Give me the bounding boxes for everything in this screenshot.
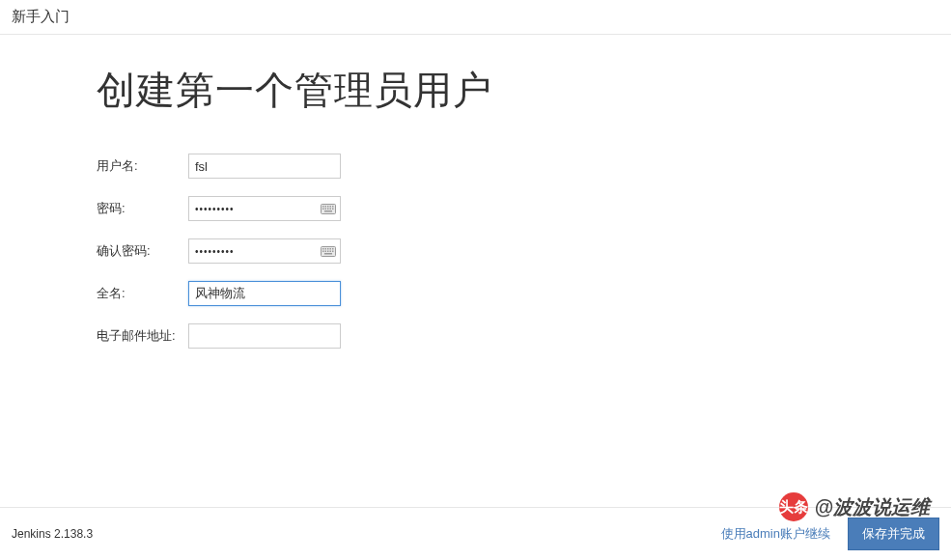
- form-row-confirm-password: 确认密码:: [97, 238, 951, 264]
- footer-actions: 使用admin账户继续 保存并完成: [721, 518, 939, 550]
- email-input[interactable]: [188, 323, 341, 349]
- version-label: Jenkins 2.138.3: [12, 527, 93, 541]
- svg-rect-13: [322, 248, 324, 250]
- password-input-wrap: [188, 196, 341, 221]
- save-button[interactable]: 保存并完成: [848, 518, 939, 550]
- confirm-password-label: 确认密码:: [97, 242, 188, 260]
- svg-rect-19: [325, 250, 327, 252]
- skip-admin-link[interactable]: 使用admin账户继续: [721, 525, 830, 543]
- username-input-wrap: [188, 154, 341, 179]
- page-title: 创建第一个管理员用户: [97, 64, 951, 117]
- keyboard-icon[interactable]: [321, 245, 336, 257]
- svg-rect-9: [330, 208, 332, 210]
- fullname-input-wrap: [188, 281, 341, 306]
- fullname-label: 全名:: [97, 285, 188, 302]
- form-row-username: 用户名:: [97, 154, 951, 179]
- password-input[interactable]: [188, 196, 341, 221]
- svg-rect-8: [327, 208, 329, 210]
- confirm-password-input[interactable]: [188, 238, 341, 264]
- svg-rect-14: [325, 248, 327, 250]
- username-label: 用户名:: [97, 157, 188, 175]
- svg-rect-20: [327, 250, 329, 252]
- svg-rect-21: [330, 250, 332, 252]
- footer: Jenkins 2.138.3 使用admin账户继续 保存并完成: [0, 507, 951, 560]
- email-label: 电子邮件地址:: [97, 327, 188, 345]
- form-row-password: 密码:: [97, 196, 951, 221]
- svg-rect-23: [324, 253, 332, 255]
- breadcrumb: 新手入门: [12, 8, 70, 24]
- email-input-wrap: [188, 323, 341, 349]
- svg-rect-18: [322, 250, 324, 252]
- keyboard-icon[interactable]: [321, 203, 336, 214]
- password-label: 密码:: [97, 200, 188, 217]
- svg-rect-11: [324, 210, 332, 212]
- svg-rect-1: [322, 206, 324, 208]
- svg-rect-3: [327, 206, 329, 208]
- form-row-fullname: 全名:: [97, 281, 951, 306]
- svg-rect-4: [330, 206, 332, 208]
- header: 新手入门: [0, 0, 951, 35]
- svg-rect-2: [325, 206, 327, 208]
- fullname-input[interactable]: [188, 281, 341, 306]
- main-content: 创建第一个管理员用户 用户名: 密码: 确认密码: 全名: 电子邮件: [0, 35, 951, 349]
- username-input[interactable]: [188, 154, 341, 179]
- svg-rect-10: [332, 208, 334, 210]
- svg-rect-17: [332, 248, 334, 250]
- svg-rect-5: [332, 206, 334, 208]
- svg-rect-6: [322, 208, 324, 210]
- svg-rect-15: [327, 248, 329, 250]
- svg-rect-22: [332, 250, 334, 252]
- form-row-email: 电子邮件地址:: [97, 323, 951, 349]
- svg-rect-16: [330, 248, 332, 250]
- confirm-password-input-wrap: [188, 238, 341, 264]
- svg-rect-7: [325, 208, 327, 210]
